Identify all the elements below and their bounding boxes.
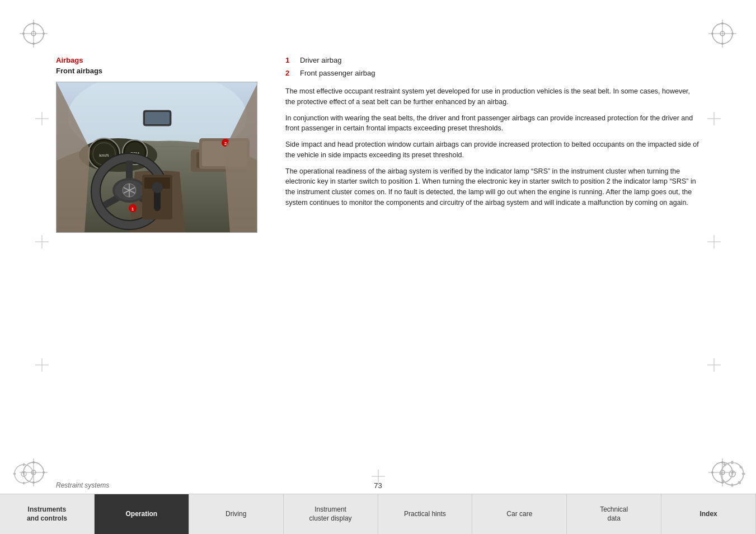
svg-rect-98 (32, 473, 35, 475)
bottom-left-gear (11, 461, 36, 486)
tab-car-care[interactable]: Car care (472, 494, 567, 534)
section-title: Airbags (56, 56, 269, 64)
svg-rect-85 (731, 484, 734, 487)
paragraph-1: The most effective occupant restraint sy… (285, 86, 700, 107)
svg-rect-80 (145, 112, 170, 124)
car-interior-image: km/h RPM (56, 82, 257, 233)
tab-driving[interactable]: Driving (189, 494, 284, 534)
right-column: 1 Driver airbag 2 Front passenger airbag… (285, 56, 700, 467)
bottom-right-gear (717, 458, 748, 489)
reg-mark-right-1 (707, 112, 721, 127)
page-label: Restraint systems (56, 481, 109, 489)
tab-index[interactable]: Index (661, 494, 756, 534)
paragraphs-container: The most effective occupant restraint sy… (285, 86, 700, 208)
svg-rect-97 (13, 473, 16, 475)
svg-point-13 (721, 43, 724, 45)
paragraph-2: In conjunction with wearing the seat bel… (285, 113, 700, 134)
page-label-row: Restraint systems 73 (56, 481, 700, 489)
tab-operation[interactable]: Operation (95, 494, 189, 534)
numbered-item-1: 1 Driver airbag (285, 56, 700, 64)
svg-rect-86 (720, 473, 723, 475)
reg-mark-right-2 (707, 235, 721, 250)
svg-rect-84 (731, 461, 734, 465)
svg-point-23 (43, 471, 45, 474)
svg-rect-96 (23, 482, 25, 485)
left-column: Airbags Front airbags (56, 56, 269, 467)
page-number: 73 (374, 481, 382, 490)
svg-point-78 (152, 182, 163, 193)
item-text-2: Front passenger airbag (300, 69, 375, 77)
svg-text:1: 1 (132, 207, 134, 212)
svg-point-4 (32, 22, 35, 25)
sub-title: Front airbags (56, 67, 269, 75)
main-columns: Airbags Front airbags (56, 34, 700, 467)
reg-mark-right-3 (707, 358, 721, 373)
paragraph-4: The operational readiness of the airbag … (285, 166, 700, 208)
svg-rect-87 (742, 473, 745, 475)
reg-mark-left-3 (35, 358, 49, 373)
svg-point-83 (731, 473, 734, 475)
svg-rect-88 (723, 463, 726, 466)
svg-point-6 (22, 32, 25, 35)
svg-point-12 (721, 22, 724, 25)
svg-point-15 (731, 32, 734, 35)
item-number-1: 1 (285, 56, 297, 64)
svg-point-30 (711, 471, 713, 474)
reg-mark-left-2 (35, 235, 49, 250)
tab-instrument-cluster[interactable]: Instrument cluster display (284, 494, 378, 534)
tab-instruments[interactable]: Instruments and controls (0, 494, 95, 534)
item-text-1: Driver airbag (300, 56, 341, 64)
tab-technical-data[interactable]: Technical data (567, 494, 661, 534)
svg-point-94 (23, 473, 25, 475)
svg-rect-95 (23, 463, 25, 466)
svg-point-7 (43, 32, 45, 35)
corner-decoration-tr (706, 17, 739, 50)
svg-text:km/h: km/h (99, 153, 109, 158)
item-number-2: 2 (285, 69, 297, 77)
reg-mark-left-1 (35, 112, 49, 127)
numbered-item-2: 2 Front passenger airbag (285, 69, 700, 77)
corner-decoration-tl (17, 17, 50, 50)
nav-tabs: Instruments and controls Operation Drivi… (0, 494, 756, 534)
svg-point-14 (711, 32, 713, 35)
page-content: Airbags Front airbags (56, 34, 700, 467)
paragraph-3: Side impact and head protection window c… (285, 139, 700, 161)
svg-point-5 (32, 43, 35, 45)
tab-practical-hints[interactable]: Practical hints (378, 494, 473, 534)
